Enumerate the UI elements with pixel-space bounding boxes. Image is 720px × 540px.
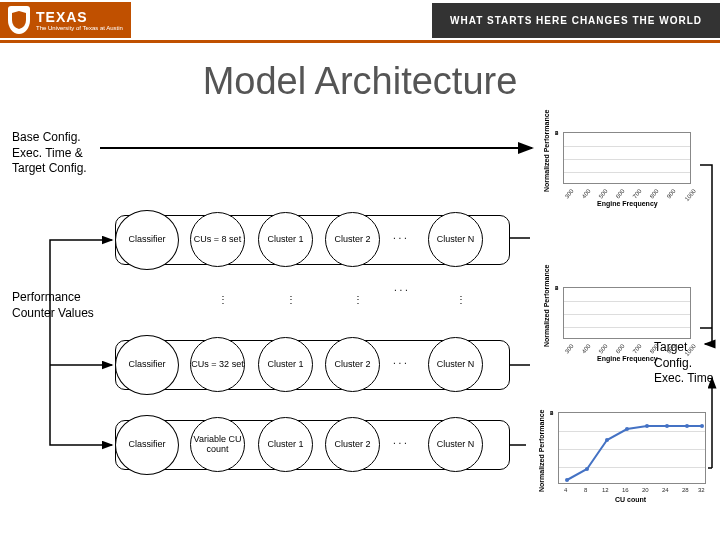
hdots-mid: . . .	[394, 282, 408, 293]
chart1-xlabel: Engine Frequency	[597, 200, 658, 207]
chart3-xt0: 4	[564, 487, 567, 493]
chart2-xt2: 500	[598, 343, 609, 355]
hdots-r2: . . .	[393, 355, 407, 366]
shield-icon	[8, 6, 30, 34]
vdots-3: ⋮	[353, 294, 363, 305]
logo: TEXAS The University of Texas at Austin	[0, 2, 131, 38]
tagline: WHAT STARTS HERE CHANGES THE WORLD	[432, 3, 720, 38]
cluster2-node-r2: Cluster 2	[325, 337, 380, 392]
classifier-node-3: Classifier	[115, 415, 179, 475]
chart1-xt0: 300	[564, 188, 575, 200]
chart2-xt4: 700	[632, 343, 643, 355]
chart1-xt4: 700	[632, 188, 643, 200]
page-title: Model Architecture	[0, 60, 720, 103]
chart2-xt1: 400	[581, 343, 592, 355]
chart2-ylabel: Normalized Performance	[543, 265, 550, 347]
classifier-node-2: Classifier	[115, 335, 179, 395]
cluster2-node-r3: Cluster 2	[325, 417, 380, 472]
chart3-xt6: 28	[682, 487, 689, 493]
divider	[0, 40, 720, 43]
chart-engine-freq-1: Normalized Performance 4 3 2 1 0 300 400…	[535, 130, 695, 205]
chart3-xlabel: CU count	[615, 496, 646, 503]
header: TEXAS The University of Texas at Austin …	[0, 0, 720, 40]
logo-text-big: TEXAS	[36, 9, 123, 25]
chart3-xt5: 24	[662, 487, 669, 493]
chart3-xt2: 12	[602, 487, 609, 493]
svg-point-9	[565, 478, 569, 482]
chart1-xt5: 800	[649, 188, 660, 200]
chart2-ytick-0: 0	[555, 285, 558, 291]
logo-bar: TEXAS The University of Texas at Austin	[0, 2, 131, 38]
cus32-node: CUs = 32 set	[190, 337, 245, 392]
chart1-xt1: 400	[581, 188, 592, 200]
chart2-xlabel: Engine Frequency	[597, 355, 658, 362]
chart-cu-count: Normalized Performance 4 3 2 1 0 4 8 12 …	[530, 410, 710, 510]
hdots-r3: . . .	[393, 435, 407, 446]
svg-point-16	[700, 424, 704, 428]
svg-point-12	[625, 427, 629, 431]
chart1-ytick-0: 0	[555, 130, 558, 136]
chart2-xt5: 800	[649, 343, 660, 355]
chart3-ylabel: Normalized Performance	[538, 410, 545, 492]
chart1-xt6: 900	[666, 188, 677, 200]
vdots-2: ⋮	[286, 294, 296, 305]
chart3-xt3: 16	[622, 487, 629, 493]
chart2-xt0: 300	[564, 343, 575, 355]
label-perf-counter: Performance Counter Values	[12, 290, 112, 321]
clusterN-node-r3: Cluster N	[428, 417, 483, 472]
chart3-xt7: 32	[698, 487, 705, 493]
vdots-1: ⋮	[218, 294, 228, 305]
chart1-ylabel: Normalized Performance	[543, 110, 550, 192]
chart2-plot	[563, 287, 691, 339]
chart1-xt2: 500	[598, 188, 609, 200]
svg-point-13	[645, 424, 649, 428]
cluster1-node-r3: Cluster 1	[258, 417, 313, 472]
svg-point-14	[665, 424, 669, 428]
chart2-xt3: 600	[615, 343, 626, 355]
svg-point-11	[605, 438, 609, 442]
vdots-4: ⋮	[456, 294, 466, 305]
chart1-plot	[563, 132, 691, 184]
chart3-xt1: 8	[584, 487, 587, 493]
chart3-xt4: 20	[642, 487, 649, 493]
label-base-config: Base Config. Exec. Time & Target Config.	[12, 130, 112, 177]
clusterN-node-r1: Cluster N	[428, 212, 483, 267]
diagram-stage: Base Config. Exec. Time & Target Config.…	[0, 130, 720, 530]
chart1-xt7: 1000	[684, 188, 697, 202]
chart2-xt7: 1000	[684, 343, 697, 357]
chart1-xt3: 600	[615, 188, 626, 200]
cluster1-node-r2: Cluster 1	[258, 337, 313, 392]
cus8-node: CUs = 8 set	[190, 212, 245, 267]
svg-point-15	[685, 424, 689, 428]
svg-point-10	[585, 467, 589, 471]
cluster2-node-r1: Cluster 2	[325, 212, 380, 267]
classifier-node-1: Classifier	[115, 210, 179, 270]
clusterN-node-r2: Cluster N	[428, 337, 483, 392]
chart-engine-freq-2: Normalized Performance 4 3 2 1 0 300 400…	[535, 285, 695, 360]
cluster1-node-r1: Cluster 1	[258, 212, 313, 267]
variable-cu-node: Variable CU count	[190, 417, 245, 472]
logo-text-small: The University of Texas at Austin	[36, 25, 123, 31]
chart3-plot	[558, 412, 706, 484]
chart2-xt6: 900	[666, 343, 677, 355]
chart3-ytick-0: 0	[550, 410, 553, 416]
hdots-r1: . . .	[393, 230, 407, 241]
